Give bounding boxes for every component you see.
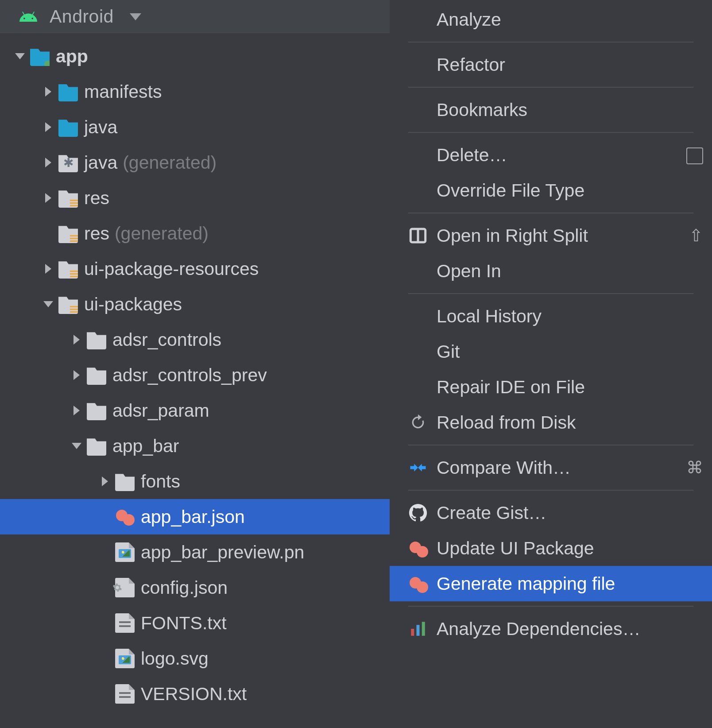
source-folder-icon (58, 117, 78, 137)
menu-item-label: Generate mapping file (437, 573, 615, 594)
tree-row[interactable]: app (0, 39, 390, 74)
chevron-right-icon[interactable] (97, 474, 112, 489)
menu-item[interactable]: Delete… (390, 137, 712, 173)
tree-row[interactable]: manifests (0, 74, 390, 109)
menu-item[interactable]: Update UI Package (390, 531, 712, 566)
tree-row-label: app (56, 46, 88, 67)
tree-row[interactable]: app_bar (0, 428, 390, 464)
tree-row-label: config.json (141, 577, 228, 598)
chevron-right-icon[interactable] (69, 332, 84, 347)
project-tool-window: Android appmanifestsjava✱java(generated)… (0, 0, 390, 728)
tree-row[interactable]: adsr_param (0, 393, 390, 428)
menu-item-label: Repair IDE on File (437, 377, 585, 398)
chevron-right-icon[interactable] (41, 261, 56, 276)
menu-item[interactable]: Git (390, 334, 712, 369)
chevron-right-icon[interactable] (41, 84, 56, 99)
chevron-right-icon[interactable] (69, 403, 84, 418)
menu-item[interactable]: Repair IDE on File (390, 369, 712, 405)
tree-row[interactable]: java (0, 109, 390, 145)
tree-row-label: app_bar (112, 436, 179, 457)
tree-row[interactable]: res (0, 180, 390, 216)
menu-item-label: Update UI Package (437, 538, 594, 559)
folder-icon (87, 436, 106, 456)
menu-item[interactable]: Open in Right Split⇧ (390, 218, 712, 253)
module-folder-icon (30, 46, 50, 66)
menu-item[interactable]: Override File Type (390, 173, 712, 208)
menu-separator (408, 293, 693, 294)
tree-row-label: FONTS.txt (141, 613, 227, 634)
menu-shortcut (686, 146, 703, 165)
chevron-down-icon[interactable] (69, 438, 84, 453)
tree-row-label: logo.svg (141, 648, 209, 669)
menu-item[interactable]: Reload from Disk (390, 405, 712, 440)
menu-item[interactable]: Create Gist… (390, 495, 712, 531)
menu-item-label: Analyze Dependencies… (437, 619, 640, 639)
tree-row[interactable]: ui-package-resources (0, 251, 390, 287)
view-selector-label: Android (50, 6, 114, 27)
menu-separator (408, 87, 693, 88)
split-right-icon (408, 226, 428, 245)
menu-item-label: Local History (437, 306, 542, 327)
menu-item-label: Open In (437, 261, 501, 282)
resource-folder-icon (58, 224, 78, 243)
project-view-selector[interactable]: Android (0, 0, 390, 33)
folder-icon (87, 330, 106, 349)
chevron-right-icon[interactable] (41, 155, 56, 170)
menu-item-label: Refactor (437, 54, 505, 75)
text-file-icon (115, 684, 135, 704)
tree-row[interactable]: ui-packages (0, 287, 390, 322)
tree-row[interactable]: app_bar_preview.pn (0, 534, 390, 570)
chevron-right-icon[interactable] (41, 120, 56, 135)
tree-row[interactable]: logo.svg (0, 641, 390, 676)
source-folder-icon (58, 82, 78, 101)
chevron-down-icon[interactable] (12, 49, 27, 64)
folder-icon (87, 365, 106, 385)
tree-row-label: java (84, 152, 117, 173)
github-icon (408, 503, 428, 523)
menu-item[interactable]: Generate mapping file (390, 566, 712, 601)
tree-row[interactable]: res(generated) (0, 216, 390, 251)
menu-item[interactable]: Local History (390, 298, 712, 334)
menu-item[interactable]: Analyze Dependencies… (390, 611, 712, 647)
chevron-right-icon[interactable] (41, 190, 56, 205)
chevron-placeholder (97, 545, 112, 560)
relay-package-icon (408, 538, 428, 558)
tree-row[interactable]: config.json (0, 570, 390, 605)
menu-item-label: Override File Type (437, 180, 584, 201)
reload-icon (408, 413, 428, 432)
menu-item[interactable]: Refactor (390, 47, 712, 82)
menu-item[interactable]: Analyze (390, 2, 712, 37)
tree-row[interactable]: adsr_controls (0, 322, 390, 357)
text-file-icon (115, 613, 135, 633)
tree-row-label: adsr_controls_prev (112, 365, 267, 386)
menu-item-label: Analyze (437, 9, 501, 30)
tree-row-label: app_bar_preview.pn (141, 542, 304, 563)
context-menu: AnalyzeRefactorBookmarksDelete…Override … (390, 0, 712, 728)
tree-row[interactable]: adsr_controls_prev (0, 357, 390, 393)
tree-row[interactable]: VERSION.txt (0, 676, 390, 712)
menu-item-label: Open in Right Split (437, 225, 588, 246)
image-file-icon (115, 542, 135, 562)
menu-item-label: Delete… (437, 145, 507, 166)
config-file-icon (115, 578, 135, 597)
chevron-right-icon[interactable] (69, 368, 84, 383)
menu-item-label: Create Gist… (437, 503, 546, 523)
menu-item[interactable]: Compare With…⌘ (390, 450, 712, 485)
chevron-placeholder (41, 226, 56, 241)
resource-folder-icon (58, 188, 78, 208)
tree-row[interactable]: ✱java(generated) (0, 145, 390, 180)
chevron-down-icon[interactable] (41, 297, 56, 312)
menu-item-label: Compare With… (437, 457, 571, 478)
menu-item[interactable]: Open In (390, 253, 712, 289)
menu-item[interactable]: Bookmarks (390, 92, 712, 128)
menu-separator (408, 490, 693, 491)
chevron-placeholder (97, 616, 112, 631)
menu-separator (408, 445, 693, 445)
tree-row[interactable]: FONTS.txt (0, 605, 390, 641)
tree-row-label: res (84, 223, 109, 244)
tree-row[interactable]: app_bar.json (0, 499, 390, 534)
tree-row[interactable]: fonts (0, 464, 390, 499)
chevron-down-icon (130, 13, 141, 20)
android-icon (19, 7, 38, 27)
relay-package-icon (115, 507, 135, 527)
